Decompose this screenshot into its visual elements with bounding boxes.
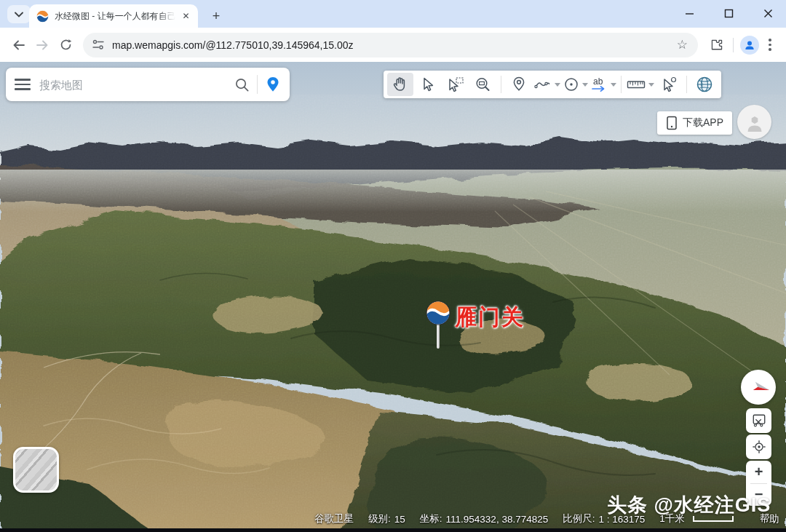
draw-circle-tool-button[interactable] <box>562 73 588 96</box>
ruler-icon <box>626 76 646 93</box>
basemap-name: 谷歌卫星 <box>314 512 354 525</box>
cursor-info-icon <box>659 76 678 93</box>
tool-divider <box>621 76 622 93</box>
select-tool-button[interactable] <box>415 73 441 96</box>
circle-draw-icon <box>563 76 580 93</box>
box-select-tool-button[interactable] <box>442 73 469 96</box>
location-pin-button[interactable] <box>265 76 281 93</box>
extensions-puzzle-icon <box>710 39 723 52</box>
search-icon[interactable] <box>234 77 250 92</box>
pan-tool-button[interactable] <box>387 73 413 96</box>
cursor-box-select-icon <box>446 76 465 93</box>
maximize-button[interactable] <box>718 4 739 23</box>
back-button[interactable] <box>7 33 31 57</box>
forward-button[interactable] <box>31 33 54 57</box>
profile-button[interactable] <box>738 33 761 57</box>
locate-crosshair-icon <box>752 440 766 454</box>
cursor-coordinates: 坐标: 111.954332, 38.774825 <box>420 512 548 525</box>
tool-divider <box>501 76 501 93</box>
tab-search-button[interactable] <box>7 5 31 23</box>
phone-icon <box>666 116 678 130</box>
user-avatar-button[interactable] <box>737 105 771 139</box>
minimize-icon <box>685 9 694 18</box>
marker-logo-icon <box>426 301 450 325</box>
close-window-button[interactable] <box>757 4 779 23</box>
screenshot-scissors-icon <box>752 413 766 428</box>
dropdown-caret-icon <box>648 83 654 87</box>
back-icon <box>12 39 25 51</box>
minimize-button[interactable] <box>678 4 700 23</box>
window-controls <box>678 3 779 23</box>
cursor-icon <box>419 76 437 93</box>
zoom-rectangle-icon <box>474 76 493 93</box>
tab-strip: 水经微图 - 让每一个人都有自己 ✕ + <box>0 0 786 28</box>
measure-tool-button[interactable] <box>626 73 654 96</box>
map-tool-bar: ab <box>384 71 721 98</box>
search-divider <box>257 75 258 94</box>
browser-window: 水经微图 - 让每一个人都有自己 ✕ + <box>0 0 786 532</box>
tab-title: 水经微图 - 让每一个人都有自己 <box>55 10 175 23</box>
download-app-button[interactable]: 下载APP <box>657 111 732 135</box>
address-bar[interactable]: map.wemapgis.com/@112.775010,39.145964,1… <box>83 33 698 57</box>
menu-hamburger-icon[interactable] <box>15 79 31 90</box>
window-bottom-edge <box>0 528 786 532</box>
close-icon <box>763 9 773 18</box>
scale-bar-graphic <box>693 516 734 522</box>
locate-me-button[interactable] <box>746 434 771 459</box>
compass-button[interactable] <box>741 370 776 405</box>
dropdown-caret-icon <box>582 83 588 87</box>
identify-tool-button[interactable] <box>656 73 682 96</box>
bookmark-star-button[interactable]: ☆ <box>675 37 689 52</box>
globe-view-button[interactable] <box>691 73 718 96</box>
browser-tab[interactable]: 水经微图 - 让每一个人都有自己 ✕ <box>29 4 198 28</box>
text-label-icon: ab <box>590 76 608 93</box>
tab-close-button[interactable]: ✕ <box>180 10 192 23</box>
extensions-button[interactable] <box>705 33 729 57</box>
basemap-thumbnail-button[interactable] <box>13 447 59 493</box>
compass-needle-icon <box>744 373 773 402</box>
forward-icon <box>36 39 49 51</box>
status-bar: 谷歌卫星 级别: 15 坐标: 111.954332, 38.774825 比例… <box>314 512 780 525</box>
pin-draw-icon <box>510 76 528 93</box>
download-app-label: 下载APP <box>683 116 723 130</box>
url-text[interactable]: map.wemapgis.com/@112.775010,39.145964,1… <box>112 39 675 51</box>
svg-text:ab: ab <box>593 76 603 87</box>
dropdown-caret-icon <box>555 83 560 87</box>
reload-button[interactable] <box>54 33 77 57</box>
tool-divider <box>686 76 687 93</box>
toolbar-separator <box>733 38 734 52</box>
new-tab-button[interactable]: + <box>207 7 226 25</box>
wemap-favicon-icon <box>36 10 49 23</box>
screenshot-button[interactable] <box>746 408 771 433</box>
map-canvas[interactable]: ab 下载APP <box>0 62 786 532</box>
draw-point-tool-button[interactable] <box>506 73 532 96</box>
browser-toolbar: map.wemapgis.com/@112.775010,39.145964,1… <box>0 28 786 62</box>
help-link[interactable]: 帮助 <box>760 512 779 525</box>
map-scale: 比例尺: 1 : 163175 <box>563 512 645 525</box>
dropdown-caret-icon <box>611 83 616 87</box>
draw-line-tool-button[interactable] <box>533 73 560 96</box>
reload-icon <box>60 39 72 51</box>
marker-stick <box>437 324 440 349</box>
polyline-draw-icon <box>533 76 552 93</box>
marker-label: 雁门关 <box>455 303 525 333</box>
zoom-in-button[interactable]: + <box>746 461 771 483</box>
zoom-level: 级别: 15 <box>368 512 405 525</box>
globe-icon <box>695 75 714 94</box>
zoom-box-tool-button[interactable] <box>470 73 496 96</box>
person-icon <box>744 39 755 51</box>
profile-avatar <box>740 36 759 55</box>
person-silhouette-icon <box>744 111 766 133</box>
hand-pan-icon <box>392 76 409 93</box>
chevron-down-icon <box>15 12 23 17</box>
place-marker[interactable] <box>426 301 450 352</box>
site-settings-icon <box>92 39 105 50</box>
maximize-icon <box>724 9 734 18</box>
map-search-card <box>6 68 290 101</box>
search-input[interactable] <box>39 79 234 91</box>
label-tool-button[interactable]: ab <box>590 73 616 96</box>
scale-bar: 1千米 <box>659 512 734 525</box>
browser-menu-button[interactable] <box>761 33 779 57</box>
